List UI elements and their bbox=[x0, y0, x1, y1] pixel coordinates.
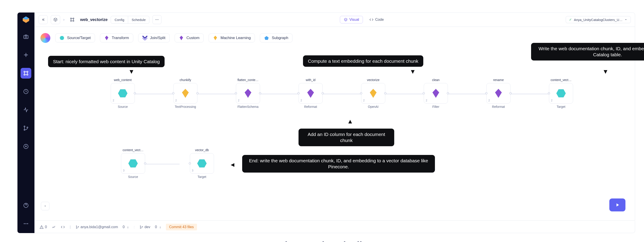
check-icon: ✓ bbox=[569, 18, 572, 22]
history-icon[interactable] bbox=[20, 86, 31, 97]
node-box[interactable]: 2 bbox=[298, 83, 323, 104]
plus-icon[interactable] bbox=[20, 50, 31, 60]
node-label-top: content_vect… bbox=[121, 148, 145, 152]
commit-button[interactable]: Commit 43 files bbox=[166, 224, 197, 230]
node-count: 3 bbox=[192, 169, 194, 172]
port-out[interactable] bbox=[196, 92, 198, 95]
node-box[interactable]: 3 bbox=[121, 153, 145, 174]
more-actions-button[interactable] bbox=[152, 15, 162, 24]
config-schedule-group: Config Schedule bbox=[111, 16, 149, 24]
code-icon[interactable] bbox=[61, 225, 65, 229]
port-out[interactable] bbox=[384, 92, 386, 95]
svg-point-10 bbox=[24, 129, 25, 130]
svg-point-4 bbox=[24, 71, 25, 72]
palette-machine-learning[interactable]: Machine Learning bbox=[209, 33, 255, 42]
more-icon[interactable] bbox=[20, 218, 31, 229]
node-type: Filter bbox=[424, 105, 448, 109]
node-content-vect-[interactable]: content_vect… 3 Source bbox=[121, 148, 145, 179]
zoom-dropdown-button[interactable] bbox=[41, 202, 50, 210]
port-in[interactable] bbox=[172, 92, 174, 95]
schedule-button[interactable]: Schedule bbox=[128, 16, 149, 23]
metrics-icon[interactable] bbox=[52, 225, 56, 229]
port-in[interactable] bbox=[548, 92, 550, 95]
svg-marker-33 bbox=[370, 89, 376, 98]
node-box[interactable]: 2 bbox=[549, 83, 573, 104]
palette-subgraph[interactable]: Subgraph bbox=[260, 33, 292, 42]
palette-orb[interactable] bbox=[40, 33, 50, 43]
port-out[interactable] bbox=[510, 92, 512, 95]
code-view-button[interactable]: Code bbox=[366, 16, 388, 23]
user-changes: 0 bbox=[122, 225, 124, 229]
node-rename[interactable]: rename 2 Reformat bbox=[486, 78, 510, 109]
palette-custom[interactable]: Custom bbox=[175, 33, 204, 42]
warnings-indicator[interactable]: 0 bbox=[40, 225, 47, 229]
arrow-down-icon: ▼ bbox=[410, 68, 416, 75]
download-icon[interactable] bbox=[20, 141, 31, 152]
node-type: Reformat bbox=[298, 105, 323, 109]
svg-point-20 bbox=[73, 20, 74, 21]
port-in[interactable] bbox=[422, 92, 425, 95]
svg-marker-29 bbox=[118, 89, 128, 97]
node-box[interactable]: 2 bbox=[486, 83, 510, 104]
svg-marker-37 bbox=[128, 159, 138, 167]
node-box[interactable]: 3 bbox=[190, 153, 214, 174]
canvas[interactable]: Source/TargetTransformJoin/SplitCustomMa… bbox=[34, 27, 635, 221]
config-button[interactable]: Config bbox=[111, 16, 128, 23]
port-out[interactable] bbox=[447, 92, 449, 95]
collapse-button[interactable] bbox=[39, 15, 48, 24]
node-type: TextProcessing bbox=[173, 105, 198, 109]
node-type: Source bbox=[121, 175, 145, 179]
node-box[interactable]: 2 bbox=[236, 83, 260, 104]
run-button[interactable] bbox=[609, 199, 626, 211]
svg-point-39 bbox=[76, 226, 77, 226]
visual-view-button[interactable]: Visual bbox=[340, 16, 363, 23]
palette-transform[interactable]: Transform bbox=[100, 33, 133, 42]
cluster-name: Anya_UnityCatalogClusters_U… bbox=[574, 18, 622, 22]
node-clean[interactable]: clean 2 Filter bbox=[424, 78, 448, 109]
node-box[interactable]: 2 bbox=[361, 83, 385, 104]
branch-icon[interactable] bbox=[20, 123, 31, 133]
node-vectorize[interactable]: vectorize 2 OpenAI bbox=[361, 78, 385, 109]
camera-icon[interactable] bbox=[20, 31, 31, 42]
activity-icon[interactable] bbox=[20, 105, 31, 115]
user-branch[interactable]: anya.bida1@gmail.com 0 ↓ bbox=[76, 225, 129, 229]
help-icon[interactable] bbox=[20, 200, 31, 211]
node-count: 2 bbox=[426, 99, 427, 102]
node-count: 2 bbox=[175, 99, 177, 102]
svg-point-9 bbox=[24, 126, 25, 127]
port-in[interactable] bbox=[360, 92, 362, 95]
port-out[interactable] bbox=[144, 162, 146, 164]
node-with-id[interactable]: with_id 2 Reformat bbox=[298, 78, 323, 109]
cube-button[interactable] bbox=[51, 15, 60, 24]
node-vector-db[interactable]: vector_db 3 Target bbox=[190, 148, 214, 179]
callout-target1: Write the web documentation chunk, ID, a… bbox=[531, 43, 644, 60]
node-box[interactable]: 2 bbox=[111, 83, 135, 104]
svg-point-23 bbox=[158, 19, 158, 20]
palette-join-split[interactable]: Join/Split bbox=[138, 33, 170, 42]
node-type: FlattenSchema bbox=[236, 105, 260, 109]
port-out[interactable] bbox=[259, 92, 261, 95]
cluster-select[interactable]: ✓ Anya_UnityCatalogClusters_U… bbox=[566, 16, 631, 23]
arrow-left-icon: ▼ bbox=[229, 162, 236, 168]
pipeline-breadcrumb-icon[interactable] bbox=[68, 15, 77, 24]
svg-marker-26 bbox=[180, 36, 183, 40]
node-box[interactable]: 2 bbox=[424, 83, 448, 104]
node-content-vect-[interactable]: content_vect… 2 Target bbox=[549, 78, 573, 109]
port-out[interactable] bbox=[322, 92, 324, 95]
git-branch[interactable]: dev 0 ↓ bbox=[140, 225, 161, 229]
port-in[interactable] bbox=[485, 92, 488, 95]
node-web-content[interactable]: web_content 2 Source bbox=[111, 78, 135, 109]
svg-point-40 bbox=[76, 228, 77, 228]
node-label-top: web_content bbox=[111, 78, 135, 82]
palette-source-target[interactable]: Source/Target bbox=[55, 33, 95, 42]
port-out[interactable] bbox=[134, 92, 136, 95]
port-in[interactable] bbox=[189, 162, 191, 164]
chevron-down-icon bbox=[624, 18, 628, 21]
pipeline-icon[interactable] bbox=[20, 68, 31, 79]
status-bar: 0 | anya.bida1@gmail.com 0 ↓ : dev 0 ↓ C… bbox=[34, 221, 635, 233]
port-in[interactable] bbox=[235, 92, 237, 95]
node-flatten-conte-[interactable]: flatten_conte… 2 FlattenSchema bbox=[236, 78, 260, 109]
port-in[interactable] bbox=[298, 92, 300, 95]
node-chunkify[interactable]: chunkify 2 TextProcessing bbox=[173, 78, 198, 109]
node-box[interactable]: 2 bbox=[173, 83, 198, 104]
